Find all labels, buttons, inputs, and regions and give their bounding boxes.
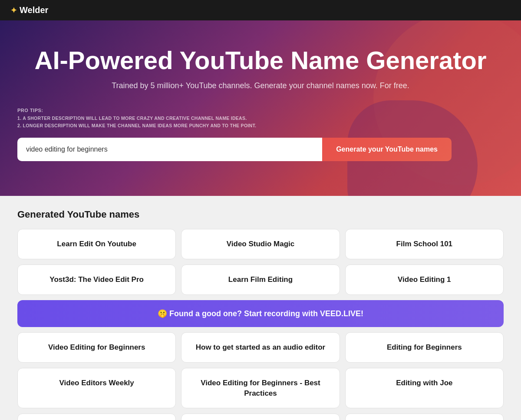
name-card[interactable]: Video Editors Weekly bbox=[17, 368, 176, 409]
name-card[interactable]: Video Studio 101 bbox=[345, 413, 504, 420]
pro-tips-label: PRO TIPS: bbox=[17, 108, 504, 113]
pro-tip-1: 1. A SHORTER DESCRIPTION WILL LEAD TO MO… bbox=[17, 115, 504, 122]
logo-icon: ✦ bbox=[10, 6, 17, 15]
generate-button[interactable]: Generate your YouTube names bbox=[322, 138, 452, 161]
name-card[interactable]: Video Studio Magic bbox=[181, 229, 340, 259]
results-section: Generated YouTube names Learn Edit On Yo… bbox=[0, 196, 521, 420]
name-card[interactable]: Video Editing for Beginners - Best Pract… bbox=[181, 368, 340, 409]
search-row: Generate your YouTube names bbox=[17, 138, 452, 161]
name-card[interactable]: Ravi Varghese - Video Editing for Beginn… bbox=[17, 413, 176, 420]
name-card[interactable]: Editing for Beginners bbox=[345, 332, 504, 363]
name-card[interactable]: How to get started as an audio editor bbox=[181, 332, 340, 363]
name-card[interactable]: Learn Edit On Youtube bbox=[17, 229, 176, 259]
promo-banner[interactable]: 🤫 Found a good one? Start recording with… bbox=[17, 300, 504, 327]
names-grid: Learn Edit On YoutubeVideo Studio MagicF… bbox=[17, 229, 504, 420]
pro-tips-block: PRO TIPS: 1. A SHORTER DESCRIPTION WILL … bbox=[17, 108, 504, 129]
site-header: ✦ Welder bbox=[0, 0, 521, 20]
hero-section: AI-Powered YouTube Name Generator Traine… bbox=[0, 20, 521, 196]
name-card[interactable]: Film School 101 bbox=[345, 229, 504, 259]
name-card[interactable]: Yost3d: The Video Edit Pro bbox=[17, 265, 176, 295]
logo-label: Welder bbox=[20, 5, 48, 15]
search-input[interactable] bbox=[17, 138, 322, 161]
hero-title: AI-Powered YouTube Name Generator bbox=[17, 46, 504, 74]
name-card[interactable]: Video Editing for Beginners bbox=[17, 332, 176, 363]
name-card[interactable]: Learn Film Editing bbox=[181, 265, 340, 295]
hero-subtitle: Trained by 5 million+ YouTube channels. … bbox=[17, 81, 504, 90]
name-card[interactable]: Video Editing 1 bbox=[345, 265, 504, 295]
logo[interactable]: ✦ Welder bbox=[10, 5, 48, 15]
name-card[interactable]: Editing with Joe bbox=[345, 368, 504, 409]
pro-tip-2: 2. LONGER DESCRIPTION WILL MAKE THE CHAN… bbox=[17, 122, 504, 129]
results-title: Generated YouTube names bbox=[17, 209, 504, 220]
name-card[interactable]: Film. editing tutorial bbox=[181, 413, 340, 420]
